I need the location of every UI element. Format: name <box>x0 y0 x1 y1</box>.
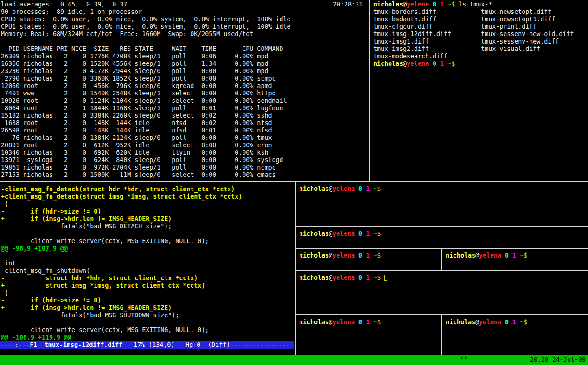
diff-line: - if (hdr->size != 0) <box>1 297 242 304</box>
diff-line: { <box>1 201 242 208</box>
prompt-at: @ <box>329 252 332 259</box>
prompt-hist: 0 <box>355 230 362 237</box>
prompt-cwd: ~ <box>444 1 451 8</box>
pane-border-h1 <box>296 226 588 227</box>
pane-shell-f[interactable]: nicholas@yelena 0 1 ~$ <box>299 319 381 326</box>
prompt-jobs: 1 <box>362 252 370 259</box>
pane-shell-g[interactable]: nicholas@yelena 0 1 ~$ <box>446 319 527 326</box>
modeline-filename: tmux-imsg-12diff.diff <box>45 341 122 348</box>
tmux-status-bar[interactable]: [0] 0:irssi# 1:todo 2:ncmpc- 3:mutt 4:ss… <box>0 355 588 365</box>
prompt-user: nicholas <box>446 252 475 259</box>
prompt-host: yelena <box>332 230 355 237</box>
prompt-cwd: ~ <box>516 252 524 259</box>
prompt-at: @ <box>329 185 332 192</box>
prompt-jobs: 1 <box>436 60 444 67</box>
prompt-user: nicholas <box>299 230 329 237</box>
prompt-jobs: 1 <box>436 1 444 8</box>
prompt-host: yelena <box>332 185 355 192</box>
prompt-at: @ <box>403 1 407 8</box>
prompt-host: yelena <box>479 319 501 326</box>
file-listing-line: tmux-modesearch.diff <box>373 53 574 60</box>
file-listing-line: tmux-imsg-12diff.diff tmux-sessenv-new-o… <box>373 31 574 38</box>
pane-title: "" <box>460 355 468 365</box>
prompt-jobs: 1 <box>362 185 370 192</box>
diff-line: + if (imsg->hdr.len != IMSG_HEADER_SIZE) <box>1 215 242 223</box>
file-listing-line: tmux-borders.diff tmux-newsetopt.diff <box>373 8 574 16</box>
pane-border-v2 <box>441 315 442 355</box>
prompt-jobs: 1 <box>509 252 516 259</box>
diff-line: - if (hdr->size != 0) <box>1 208 242 215</box>
file-listing-line: tmux-imsg2.diff tmux-visual.diff <box>373 45 574 53</box>
file-listing-line: tmux-imsg1.diff tmux-sessenv-new.diff <box>373 38 574 45</box>
pane-top-output[interactable]: load averages: 0.45, 0.39, 0.3790 proces… <box>1 1 290 179</box>
pane-border-v1 <box>441 249 442 270</box>
process-table-header: PID USERNAME PRI NICE SIZE RES STATE WAI… <box>1 45 290 53</box>
diff-line: - struct hdr *hdr, struct client_ctx *cc… <box>1 275 242 282</box>
prompt-user: nicholas <box>299 319 329 326</box>
process-row: 10340 nicholas 3 0 692K 620K idle ttyin … <box>1 149 290 157</box>
pane-prompt-line: nicholas@yelena 0 1 ~$ <box>299 185 381 193</box>
process-row: 12060 root 2 0 456K 796K sleep/0 kqread … <box>1 82 290 90</box>
diff-line: fatalx("bad MSG_SHUTDOWN size"); <box>1 312 242 319</box>
prompt-user: nicholas <box>299 274 329 281</box>
pane-shell-ls[interactable]: nicholas@yelena 0 1 ~$ ls tmux-*tmux-bor… <box>373 1 574 68</box>
pane-prompt-line: nicholas@yelena 0 1 ~$ <box>446 319 527 326</box>
prompt-hist: 0 <box>429 1 436 8</box>
prompt-cwd: ~ <box>370 185 377 192</box>
status-clock: 20:28 24-Jul-09 <box>530 355 586 365</box>
pane-shell-a[interactable]: nicholas@yelena 0 1 ~$ <box>299 185 381 193</box>
pane-shell-c[interactable]: nicholas@yelena 0 1 ~$ <box>299 252 381 259</box>
diff-line: client_write_server(cctx, MSG_EXITING, N… <box>1 327 242 334</box>
prompt-user: nicholas <box>373 1 403 8</box>
diff-line: @@ -108,9 +119,9 @@ <box>1 334 242 341</box>
process-row: 19861 nicholas 2 0 972K 2704K sleep/1 po… <box>1 164 290 171</box>
modeline-prefix: ----:---F1 <box>0 341 45 348</box>
pane-border-vertical-bottom <box>295 182 296 355</box>
pane-border-h3 <box>296 270 588 271</box>
top-info-line: CPU0 states: 0.0% user, 0.0% nice, 0.0% … <box>1 16 290 23</box>
prompt-user: nicholas <box>299 185 329 192</box>
prompt-user: nicholas <box>373 60 403 67</box>
prompt-cwd: ~ <box>516 319 524 326</box>
diff-line: + if (imsg->hdr.len != IMSG_HEADER_SIZE) <box>1 304 242 312</box>
prompt-hist: 0 <box>355 319 362 326</box>
prompt-hist: 0 <box>355 274 362 281</box>
terminal-cursor[interactable] <box>384 275 387 281</box>
process-row: 13971 _syslogd 2 0 624K 840K sleep/0 pol… <box>1 157 290 164</box>
prompt-cwd: ~ <box>370 252 377 259</box>
pane-prompt-line: nicholas@yelena 0 1 ~$ <box>299 252 381 259</box>
diff-line: + struct imsg *imsg, struct client_ctx *… <box>1 282 242 289</box>
prompt-sig: $ <box>451 1 455 8</box>
prompt-at: @ <box>475 252 479 259</box>
pane-shell-d[interactable]: nicholas@yelena 0 1 ~$ <box>446 252 527 259</box>
diff-line: { <box>1 289 242 297</box>
diff-line: fatalx("bad MSG_DETACH size"); <box>1 223 242 230</box>
prompt-sig: $ <box>377 252 381 259</box>
pane-shell-b[interactable]: nicholas@yelena 0 1 ~$ <box>299 230 381 238</box>
prompt-sig: $ <box>377 230 381 237</box>
prompt-host: yelena <box>332 319 355 326</box>
emacs-modeline: ----:---F1 tmux-imsg-12diff.diff 17% (13… <box>0 341 294 349</box>
prompt-at: @ <box>329 319 332 326</box>
pane-border-horizontal-middle <box>0 181 588 182</box>
diff-line: client_write_server(cctx, MSG_EXITING, N… <box>1 238 242 245</box>
pane-prompt-line: nicholas@yelena 0 1 ~$ <box>299 230 381 238</box>
modeline-suffix: 17% (134,0) Hg-0 (Diff)---------------- <box>122 341 289 348</box>
diff-line: -client_msg_fn_detach(struct hdr *hdr, s… <box>1 186 242 193</box>
process-row: 26598 root 2 0 148K 144K idle nfsd 0:01 … <box>1 127 290 134</box>
diff-line: client_msg_fn_shutdown( <box>1 267 242 275</box>
pane-emacs-diff[interactable]: -client_msg_fn_detach(struct hdr *hdr, s… <box>1 186 242 341</box>
top-clock: 20:28:31 <box>333 1 363 8</box>
diff-line: +client_msg_fn_detach(struct imsg *imsg,… <box>1 193 242 201</box>
process-row: 8064 root 2 1 1844K 1168K sleep/1 poll 0… <box>1 105 290 112</box>
prompt-cwd: ~ <box>370 319 377 326</box>
process-row: 15182 nicholas 2 0 3384K 2260K sleep/0 s… <box>1 112 290 120</box>
pane-shell-active[interactable]: nicholas@yelena 0 1 ~$ <box>299 274 387 282</box>
prompt-sig: $ <box>451 60 455 67</box>
command-text: ls tmux-* <box>455 1 492 8</box>
prompt-host: yelena <box>479 252 501 259</box>
diff-line <box>1 319 242 327</box>
shell-prompt-line: nicholas@yelena 0 1 ~$ ls tmux-* <box>373 1 574 8</box>
prompt-at: @ <box>475 319 479 326</box>
prompt-hist: 0 <box>501 319 509 326</box>
